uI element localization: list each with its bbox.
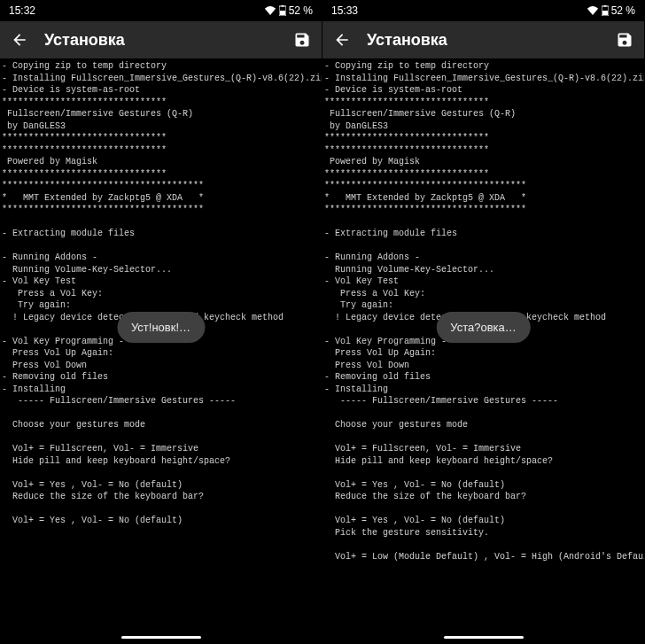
svg-rect-2: [280, 11, 285, 15]
status-right: 52 %: [587, 4, 635, 17]
status-bar: 15:32 52 %: [0, 0, 322, 21]
status-bar: 15:33 52 %: [322, 0, 644, 21]
page-title: Установка: [44, 31, 277, 50]
console-output: - Copying zip to temp directory - Instal…: [322, 58, 644, 644]
page-title: Установка: [367, 31, 600, 50]
toast-message: Уст!новк!…: [117, 312, 205, 343]
status-right: 52 %: [264, 4, 313, 17]
svg-rect-4: [603, 5, 606, 7]
battery-icon: [602, 5, 609, 16]
home-indicator[interactable]: [444, 636, 524, 639]
wifi-icon: [264, 6, 276, 15]
toast-message: Уста?овка…: [436, 312, 531, 343]
status-time: 15:33: [331, 4, 358, 17]
nav-bar: Установка: [322, 21, 644, 58]
back-icon[interactable]: [11, 31, 28, 49]
screenshot-right: 15:33 52 % Установка - Copying zip to te…: [322, 0, 645, 644]
battery-text: 52 %: [611, 4, 635, 17]
save-icon[interactable]: [616, 31, 633, 49]
status-time: 15:32: [9, 4, 35, 17]
back-icon[interactable]: [333, 31, 351, 49]
screenshot-left: 15:32 52 % Установка - Copying zip to te…: [0, 0, 322, 644]
battery-icon: [279, 5, 286, 16]
console-output: - Copying zip to temp directory - Instal…: [0, 58, 322, 644]
svg-rect-1: [281, 5, 284, 7]
nav-bar: Установка: [0, 21, 322, 58]
home-indicator[interactable]: [121, 636, 201, 639]
battery-text: 52 %: [289, 4, 313, 17]
svg-rect-5: [602, 11, 608, 15]
wifi-icon: [587, 6, 599, 15]
save-icon[interactable]: [293, 31, 311, 49]
